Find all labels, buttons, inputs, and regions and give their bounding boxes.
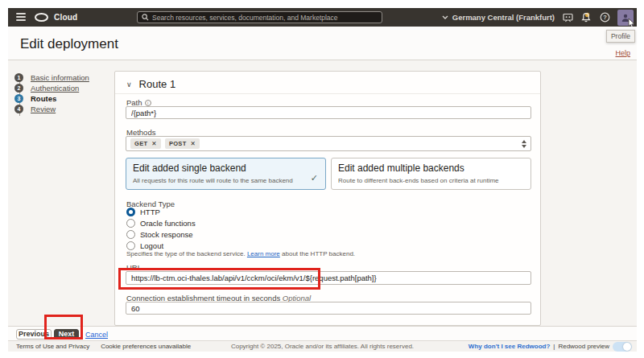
step-basic-information[interactable]: 1 Basic information: [14, 72, 111, 83]
radio-logout[interactable]: Logout: [126, 241, 163, 250]
help-link[interactable]: Help: [615, 49, 630, 57]
radio-icon[interactable]: [126, 241, 135, 250]
backend-help-text: Specifies the type of the backend servic…: [126, 250, 355, 257]
info-icon[interactable]: i: [145, 100, 151, 106]
cancel-link[interactable]: Cancel: [85, 331, 108, 339]
console-footer: Terms of Use and Privacy Cookie preferen…: [8, 340, 637, 352]
radio-stock-response[interactable]: Stock response: [126, 230, 192, 239]
step-label[interactable]: Basic information: [31, 73, 89, 82]
terms-link[interactable]: Terms of Use and Privacy: [16, 343, 89, 350]
profile-tooltip: Profile: [606, 30, 635, 43]
route-section-title: Route 1: [139, 78, 176, 90]
method-chip-post: POST✕: [165, 138, 200, 149]
step-routes[interactable]: 3 Routes: [14, 93, 111, 104]
card-title: Edit added single backend: [133, 163, 319, 174]
selected-check-icon: ✓: [311, 173, 318, 183]
step-number-badge: 1: [14, 73, 23, 82]
step-label-current: Routes: [31, 94, 56, 103]
route-form-panel: ∨ Route 1 Pathi Methods GET✕ POST✕ Edit …: [114, 71, 541, 326]
radio-http[interactable]: HTTP: [126, 208, 160, 216]
step-label[interactable]: Authentication: [31, 84, 79, 93]
step-label[interactable]: Review: [31, 105, 56, 113]
select-spinner-icon[interactable]: [522, 140, 526, 148]
remove-chip-icon[interactable]: ✕: [191, 140, 196, 147]
page-title: Edit deployment: [20, 36, 118, 52]
step-review[interactable]: 4 Review: [14, 104, 111, 114]
announcements-bell-icon[interactable]: [580, 12, 592, 23]
page-header: Edit deployment Help: [8, 27, 637, 60]
methods-multiselect[interactable]: GET✕ POST✕: [126, 136, 531, 151]
card-subtitle: Route to different back-ends based on cr…: [338, 177, 524, 184]
step-number-badge: 2: [14, 84, 23, 93]
radio-icon[interactable]: [126, 230, 135, 239]
global-search[interactable]: [137, 11, 382, 23]
single-backend-card[interactable]: Edit added single backend All requests f…: [126, 158, 326, 190]
url-input[interactable]: [126, 271, 531, 285]
step-number-badge: 4: [14, 105, 23, 113]
previous-button[interactable]: Previous: [16, 329, 52, 339]
section-divider: [115, 93, 541, 94]
redwood-question-link[interactable]: Why don't I see Redwood?: [469, 343, 550, 350]
radio-oracle-functions[interactable]: Oracle functions: [126, 219, 196, 228]
svg-text:?: ?: [603, 14, 607, 21]
region-selector[interactable]: Germany Central (Frankfurt): [442, 13, 555, 22]
redwood-preview-toggle[interactable]: [613, 342, 632, 352]
radio-selected-icon[interactable]: [126, 208, 135, 216]
footer-separator: |: [553, 343, 555, 350]
oracle-logo-icon[interactable]: [35, 13, 48, 22]
hamburger-menu-icon[interactable]: [16, 13, 26, 21]
card-title: Edit added multiple backends: [338, 163, 524, 174]
redwood-preview-label: Redwood preview: [558, 343, 609, 350]
cookie-preferences-text: Cookie preferences unavailable: [101, 343, 191, 350]
multiple-backends-card[interactable]: Edit added multiple backends Route to di…: [331, 158, 531, 190]
region-label: Germany Central (Frankfurt): [452, 13, 555, 22]
next-button[interactable]: Next: [54, 329, 79, 339]
step-number-badge: 3: [14, 94, 23, 103]
path-input[interactable]: [126, 106, 531, 119]
top-navigation-bar: Cloud Germany Central (Frankfurt) ?: [8, 8, 637, 27]
card-subtitle: All requests for this route will route t…: [133, 177, 319, 184]
step-authentication[interactable]: 2 Authentication: [14, 83, 111, 93]
remove-chip-icon[interactable]: ✕: [151, 140, 157, 147]
learn-more-link[interactable]: Learn more: [247, 250, 280, 257]
search-input[interactable]: [152, 14, 378, 22]
route-section-toggle[interactable]: ∨ Route 1: [126, 78, 175, 90]
method-chip-get: GET✕: [130, 138, 161, 149]
wizard-stepper: 1 Basic information 2 Authentication 3 R…: [14, 72, 111, 114]
timeout-input[interactable]: [126, 302, 531, 315]
cloud-shell-icon[interactable]: [562, 12, 573, 23]
wizard-action-bar: Previous Next Cancel: [8, 326, 637, 340]
radio-icon[interactable]: [126, 219, 135, 228]
collapse-chevron-icon: ∨: [126, 80, 132, 88]
chevron-down-icon: [442, 15, 448, 19]
brand-label: Cloud: [54, 13, 77, 22]
oci-console-window: Cloud Germany Central (Frankfurt) ?: [8, 8, 637, 352]
profile-avatar[interactable]: [617, 10, 634, 26]
help-icon[interactable]: ?: [599, 12, 610, 23]
backend-mode-cards: Edit added single backend All requests f…: [126, 158, 531, 190]
search-icon: [142, 14, 149, 21]
